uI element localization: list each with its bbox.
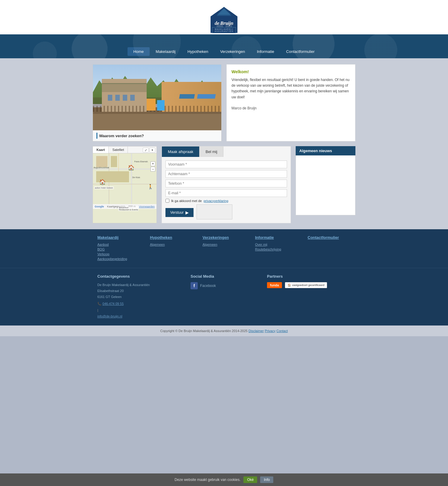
footer-contact-heading: Contactgegevens <box>97 274 181 279</box>
footer-link-aanbod[interactable]: Aanbod <box>97 243 140 246</box>
logo: de Bruijn MAKELAARDIJ ASSURANTIËN <box>208 4 240 34</box>
copyright-text: Copyright © De Bruijn Makelaardij & Assu… <box>160 329 249 333</box>
privacy-label: Ik ga akkoord met de <box>171 199 202 203</box>
cookie-ok-button[interactable]: Oké <box>243 476 257 483</box>
footer-social-col: Social Media f Facebook <box>186 274 262 320</box>
image-caption: Waarom verder zoeken? <box>93 130 221 141</box>
privacy-footer-link[interactable]: Privacy <box>265 329 275 333</box>
partner-logos: funda 🏠 vastgoedcert gecertificeerd <box>267 282 351 288</box>
hero-image <box>93 65 221 130</box>
footer-title-contact[interactable]: Contactformulier <box>308 235 351 240</box>
map-visual: 🏠 🏠 🚶 Augustinusstraat Frans Elsenstr. D… <box>93 153 157 204</box>
map-home-icon-2: 🏠 <box>99 179 106 185</box>
contact-form: Maak afspraak Bel mij Ik ga akkoord met … <box>162 146 291 223</box>
phone-icon: 📞 <box>97 302 102 305</box>
footer-street: Elisabethstraat 20 <box>97 288 181 294</box>
cookie-text: Deze website maakt gebruik van cookies. <box>175 478 241 482</box>
vastgoed-logo[interactable]: 🏠 vastgoedcert gecertificeerd <box>285 282 327 288</box>
telefoon-input[interactable] <box>165 180 287 187</box>
footer-col-informatie: Informatie Over mij Routebeschrijving <box>250 235 303 262</box>
nav-contact[interactable]: Contactformulier <box>280 47 320 56</box>
news-body <box>296 155 355 215</box>
footer-col-contact: Contactformulier <box>303 235 355 262</box>
vastgoed-label: vastgoedcert gecertificeerd <box>292 284 324 287</box>
footer-company: De Bruijn Makelaardij & Assurantiën <box>97 282 181 288</box>
footer-social-heading: Social Media <box>191 274 257 279</box>
footer-link-bog[interactable]: BOG <box>97 247 140 251</box>
footer-partners-col: Partners funda 🏠 vastgoedcert gecertific… <box>262 274 355 320</box>
footer-partners-heading: Partners <box>267 274 351 279</box>
footer-title-makelaardij[interactable]: Makelaardij <box>97 235 140 240</box>
footer-link-aankoop[interactable]: Aankoopbegeleiding <box>97 257 140 261</box>
vastgoed-icon: 🏠 <box>288 284 291 287</box>
logo-tagline-2: ASSURANTIËN <box>215 30 234 32</box>
footer-link-verzekeringen-algemeen[interactable]: Algemeen <box>202 243 246 246</box>
welcome-title: Welkom! <box>231 69 350 74</box>
nav-verzekeringen[interactable]: Verzekeringen <box>214 47 251 56</box>
cookie-info-button[interactable]: Info <box>260 476 273 483</box>
form-tab-afspraak[interactable]: Maak afspraak <box>162 146 200 157</box>
footer-link-hypotheken-algemeen[interactable]: Algemeen <box>150 243 193 246</box>
map-expand-btn[interactable]: ⤢ <box>143 148 149 152</box>
nav-informatie[interactable]: Informatie <box>251 47 280 56</box>
map-options-btn[interactable]: ▼ <box>149 148 155 152</box>
privacy-checkbox[interactable] <box>165 199 169 203</box>
footer-col-hypotheken: Hypotheken Algemeen <box>145 235 198 262</box>
footer-email[interactable]: info@de-bruijn.nl <box>97 314 122 318</box>
footer-phone[interactable]: 046-474 09 55 <box>102 302 124 305</box>
nav-home[interactable]: Home <box>128 47 150 56</box>
voornaam-input[interactable] <box>165 161 287 168</box>
map-block: Kaart Satelliet ⤢ ▼ <box>93 146 157 223</box>
submit-button[interactable]: Verstuur ▶ <box>165 208 194 217</box>
map-zoom-in[interactable]: + <box>151 161 155 166</box>
funda-logo[interactable]: funda <box>267 282 282 288</box>
contact-footer-link[interactable]: Contact <box>277 329 288 333</box>
footer-col-verzekeringen: Verzekeringen Algemeen <box>198 235 250 262</box>
map-home-icon: 🏠 <box>128 164 134 171</box>
form-tab-bel[interactable]: Bel mij <box>200 146 223 157</box>
welcome-author: Marco de Bruijn <box>231 106 350 110</box>
caption-text: Waarom verder zoeken? <box>99 134 144 138</box>
map-label-biesenhof: BiesenhofRestaurant & Events <box>118 206 139 211</box>
footer-link-route[interactable]: Routebeschrijving <box>255 247 298 251</box>
privacy-row: Ik ga akkoord met de privacyverklaring <box>165 199 287 203</box>
privacy-link[interactable]: privacyverklaring <box>204 199 228 203</box>
disclaimer-link[interactable]: Disclaimer <box>248 329 264 333</box>
map-zoom-out[interactable]: − <box>151 167 155 172</box>
logo-name: de Bruijn <box>215 21 234 26</box>
facebook-label: Facebook <box>200 284 216 288</box>
welcome-block: Welkom! Vriendelijk, flexibel en resulta… <box>226 64 355 141</box>
footer-title-informatie[interactable]: Informatie <box>255 235 298 240</box>
footer-city: 6161 GT Geleen <box>97 294 181 300</box>
captcha-area <box>197 204 232 219</box>
footer-title-hypotheken[interactable]: Hypotheken <box>150 235 193 240</box>
nav-makelaardij[interactable]: Makelaardij <box>150 47 181 56</box>
footer-col-makelaardij: Makelaardij Aanbod BOG Verkoop Aankoopbe… <box>93 235 145 262</box>
map-footer-right: Voorwaarden <box>139 205 155 208</box>
caption-bar <box>96 133 97 139</box>
logo-tagline-1: MAKELAARDIJ <box>215 28 234 30</box>
map-tab-kaart[interactable]: Kaart <box>93 146 109 153</box>
news-block: Algemeen nieuws <box>296 146 355 223</box>
welcome-text: Vriendelijk, flexibel en resultaat geric… <box>231 77 350 100</box>
facebook-item[interactable]: f Facebook <box>191 282 257 289</box>
facebook-icon: f <box>191 282 198 289</box>
footer-contact-col: Contactgegevens De Bruijn Makelaardij & … <box>93 274 186 320</box>
cookie-bar: Deze website maakt gebruik van cookies. … <box>0 473 448 486</box>
nav-hypotheken[interactable]: Hypotheken <box>182 47 214 56</box>
achternaam-input[interactable] <box>165 170 287 178</box>
submit-arrow-icon: ▶ <box>185 210 189 215</box>
copyright-bar: Copyright © De Bruijn Makelaardij & Assu… <box>0 325 448 336</box>
footer-title-verzekeringen[interactable]: Verzekeringen <box>202 235 246 240</box>
submit-label: Verstuur <box>170 210 184 215</box>
hero-image-block: Waarom verder zoeken? <box>93 64 222 141</box>
map-footer-left: Google <box>95 205 104 208</box>
footer-link-verkoop[interactable]: Verkoop <box>97 252 140 256</box>
map-person-icon: 🚶 <box>148 184 154 189</box>
map-tab-satelliet[interactable]: Satelliet <box>109 146 128 153</box>
footer-link-over-mij[interactable]: Over mij <box>255 243 298 246</box>
email-input[interactable] <box>165 189 287 197</box>
news-header: Algemeen nieuws <box>296 146 355 155</box>
